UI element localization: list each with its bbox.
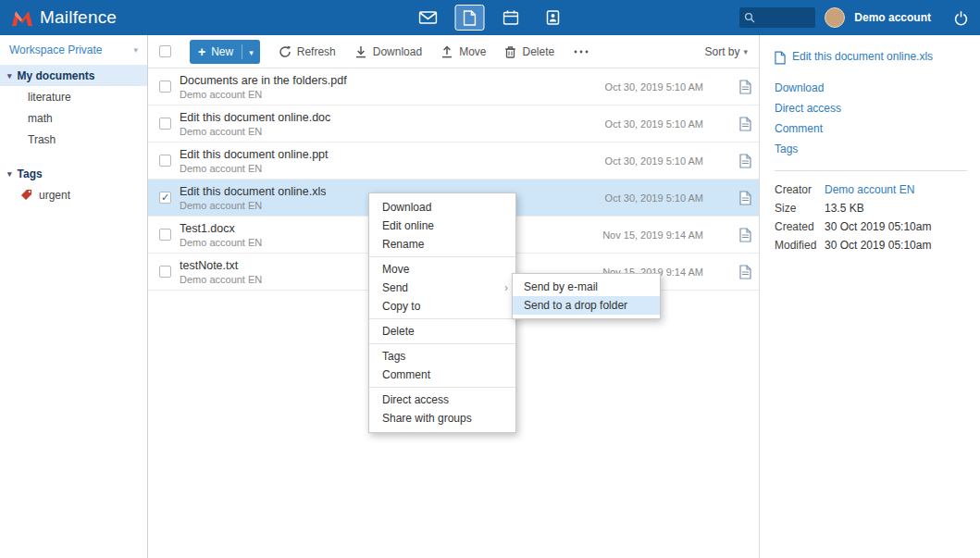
context-menu-edit-online[interactable]: Edit online xyxy=(369,217,515,235)
context-menu-rename[interactable]: Rename xyxy=(369,235,515,254)
mailfence-logo-icon xyxy=(11,8,33,27)
sort-by-button[interactable]: Sort by xyxy=(704,45,748,58)
field-value-link[interactable]: Demo account EN xyxy=(825,180,914,199)
send-label: Send xyxy=(382,281,408,294)
calendar-nav-button[interactable] xyxy=(496,5,526,31)
file-owner: Demo account EN xyxy=(180,126,330,137)
new-dropdown-button[interactable] xyxy=(242,45,260,58)
tag-label: urgent xyxy=(39,189,70,202)
file-row[interactable]: Documents are in the folders.pdf Demo ac… xyxy=(148,68,759,105)
folder-label: math xyxy=(28,112,53,125)
details-action-tags[interactable]: Tags xyxy=(775,139,798,159)
file-type-icon xyxy=(739,117,751,131)
details-action-direct-access[interactable]: Direct access xyxy=(775,98,841,118)
file-owner: Demo account EN xyxy=(180,274,262,285)
file-owner: Demo account EN xyxy=(180,200,326,211)
context-menu-delete[interactable]: Delete xyxy=(369,322,515,341)
search-box[interactable] xyxy=(739,7,815,28)
context-menu-download[interactable]: Download xyxy=(369,198,515,217)
download-icon xyxy=(354,45,367,58)
more-button[interactable] xyxy=(573,49,589,55)
field-label: Size xyxy=(775,199,825,217)
trash-icon xyxy=(504,45,516,58)
new-button[interactable]: New xyxy=(190,40,260,64)
file-name: Documents are in the folders.pdf xyxy=(180,74,347,87)
move-button[interactable]: Move xyxy=(440,45,486,58)
move-label: Move xyxy=(459,45,486,58)
file-row[interactable]: Edit this document online.ppt Demo accou… xyxy=(148,143,759,180)
sidebar-tags-header[interactable]: Tags xyxy=(0,163,147,184)
download-button[interactable]: Download xyxy=(354,45,422,58)
refresh-button[interactable]: Refresh xyxy=(279,45,336,58)
sidebar: Workspace Private My documents literatur… xyxy=(0,35,148,558)
row-checkbox[interactable] xyxy=(159,118,171,130)
sidebar-item-literature[interactable]: literature xyxy=(0,86,147,107)
refresh-icon xyxy=(279,45,292,58)
account-name[interactable]: Demo account xyxy=(854,11,931,24)
top-nav xyxy=(413,5,567,31)
detail-field-size: Size 13.5 KB xyxy=(775,199,967,217)
file-date: Oct 30, 2019 5:10 AM xyxy=(605,192,703,204)
divider xyxy=(775,170,967,171)
menu-divider xyxy=(369,256,515,257)
documents-nav-button[interactable] xyxy=(454,5,484,31)
avatar[interactable] xyxy=(825,7,845,28)
submenu-send-to-drop-folder[interactable]: Send to a drop folder xyxy=(513,296,660,315)
chevron-down-icon xyxy=(7,71,12,81)
tag-icon xyxy=(20,189,32,201)
search-input[interactable] xyxy=(759,12,813,23)
row-checkbox-checked[interactable] xyxy=(159,192,171,204)
detail-field-created: Created 30 Oct 2019 05:10am xyxy=(775,217,967,236)
brand[interactable]: Mailfence xyxy=(11,7,117,28)
file-row[interactable]: Edit this document online.doc Demo accou… xyxy=(148,105,759,143)
brand-name: Mailfence xyxy=(40,7,117,28)
context-menu-direct-access[interactable]: Direct access xyxy=(369,391,515,409)
delete-button[interactable]: Delete xyxy=(504,45,554,58)
sidebar-item-trash[interactable]: Trash xyxy=(0,129,147,150)
context-menu-share-with-groups[interactable]: Share with groups xyxy=(369,409,515,428)
context-menu-send[interactable]: Send xyxy=(369,279,515,297)
detail-field-creator: Creator Demo account EN xyxy=(775,180,967,199)
context-menu-tags[interactable]: Tags xyxy=(369,347,515,366)
file-date: Oct 30, 2019 5:10 AM xyxy=(605,155,703,167)
workspace-selector[interactable]: Workspace Private xyxy=(0,35,147,65)
submenu-send-by-email[interactable]: Send by e-mail xyxy=(513,278,660,296)
context-menu-move[interactable]: Move xyxy=(369,260,515,279)
contacts-nav-button[interactable] xyxy=(538,5,567,31)
mail-nav-button[interactable] xyxy=(413,5,442,31)
row-checkbox[interactable] xyxy=(159,81,171,93)
file-type-icon xyxy=(739,80,751,94)
more-icon xyxy=(573,49,589,55)
file-owner: Demo account EN xyxy=(180,89,347,100)
file-owner: Demo account EN xyxy=(180,163,329,174)
chevron-down-icon xyxy=(249,48,254,57)
file-date: Nov 15, 2019 9:14 AM xyxy=(602,229,703,241)
row-checkbox[interactable] xyxy=(159,266,171,278)
sidebar-tag-urgent[interactable]: urgent xyxy=(0,184,147,205)
details-title[interactable]: Edit this document online.xls xyxy=(775,50,967,65)
context-menu-comment[interactable]: Comment xyxy=(369,366,515,384)
menu-divider xyxy=(369,343,515,344)
field-label: Modified xyxy=(775,236,825,254)
details-action-download[interactable]: Download xyxy=(775,78,824,98)
field-label: Creator xyxy=(775,180,825,199)
sort-label: Sort by xyxy=(704,45,739,58)
file-name: Edit this document online.doc xyxy=(180,111,330,124)
context-menu-copy-to[interactable]: Copy to xyxy=(369,297,515,316)
details-action-comment[interactable]: Comment xyxy=(775,118,823,139)
sidebar-item-my-documents[interactable]: My documents xyxy=(0,65,147,86)
contacts-icon xyxy=(545,10,560,25)
details-title-label: Edit this document online.xls xyxy=(792,50,933,63)
folder-label: Trash xyxy=(28,133,56,146)
refresh-label: Refresh xyxy=(297,45,336,58)
calendar-icon xyxy=(503,10,519,25)
chevron-down-icon xyxy=(743,47,748,56)
select-all-checkbox[interactable] xyxy=(159,45,171,57)
sidebar-item-math[interactable]: math xyxy=(0,107,147,129)
row-checkbox[interactable] xyxy=(159,155,171,167)
download-label: Download xyxy=(373,45,422,58)
row-checkbox[interactable] xyxy=(159,229,171,241)
power-icon[interactable] xyxy=(953,10,969,26)
details-panel: Edit this document online.xls Download D… xyxy=(759,35,980,558)
file-type-icon xyxy=(739,154,751,168)
